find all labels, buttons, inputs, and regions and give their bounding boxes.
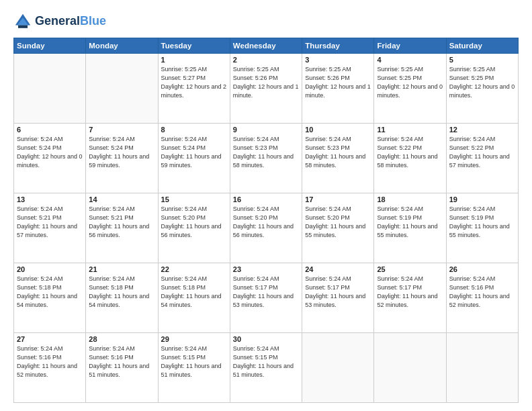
calendar-cell: 27Sunrise: 5:24 AM Sunset: 5:16 PM Dayli… <box>14 333 86 403</box>
calendar-cell <box>86 54 158 124</box>
day-info: Sunrise: 5:25 AM Sunset: 5:27 PM Dayligh… <box>161 65 227 100</box>
day-number: 18 <box>377 195 443 203</box>
calendar-week-4: 27Sunrise: 5:24 AM Sunset: 5:16 PM Dayli… <box>14 333 519 403</box>
day-number: 5 <box>449 56 515 64</box>
calendar-cell: 15Sunrise: 5:24 AM Sunset: 5:20 PM Dayli… <box>158 193 230 263</box>
day-number: 21 <box>89 265 154 273</box>
day-info: Sunrise: 5:25 AM Sunset: 5:26 PM Dayligh… <box>233 65 299 100</box>
day-info: Sunrise: 5:24 AM Sunset: 5:21 PM Dayligh… <box>17 205 83 240</box>
day-number: 26 <box>449 265 515 273</box>
calendar-header-friday: Friday <box>374 38 446 54</box>
calendar-cell: 26Sunrise: 5:24 AM Sunset: 5:16 PM Dayli… <box>446 263 518 333</box>
day-info: Sunrise: 5:24 AM Sunset: 5:17 PM Dayligh… <box>233 275 299 310</box>
calendar-cell: 6Sunrise: 5:24 AM Sunset: 5:24 PM Daylig… <box>14 124 86 193</box>
day-number: 20 <box>17 265 83 273</box>
calendar-cell: 10Sunrise: 5:24 AM Sunset: 5:23 PM Dayli… <box>302 124 374 193</box>
calendar-header-tuesday: Tuesday <box>158 38 230 54</box>
calendar-cell: 25Sunrise: 5:24 AM Sunset: 5:17 PM Dayli… <box>374 263 446 333</box>
calendar-cell: 18Sunrise: 5:24 AM Sunset: 5:19 PM Dayli… <box>374 193 446 263</box>
day-info: Sunrise: 5:25 AM Sunset: 5:25 PM Dayligh… <box>377 65 443 100</box>
day-info: Sunrise: 5:24 AM Sunset: 5:16 PM Dayligh… <box>89 345 154 379</box>
day-number: 28 <box>89 335 154 343</box>
day-info: Sunrise: 5:24 AM Sunset: 5:15 PM Dayligh… <box>161 345 227 379</box>
day-info: Sunrise: 5:24 AM Sunset: 5:17 PM Dayligh… <box>377 275 443 310</box>
day-number: 22 <box>161 265 227 273</box>
calendar-cell <box>14 54 86 124</box>
calendar-cell: 14Sunrise: 5:24 AM Sunset: 5:21 PM Dayli… <box>86 193 158 263</box>
day-number: 19 <box>449 195 515 203</box>
day-number: 12 <box>449 126 515 134</box>
calendar-cell: 29Sunrise: 5:24 AM Sunset: 5:15 PM Dayli… <box>158 333 230 403</box>
calendar-cell <box>302 333 374 403</box>
calendar-header-sunday: Sunday <box>14 38 86 54</box>
day-number: 13 <box>17 195 83 203</box>
day-number: 17 <box>305 195 371 203</box>
calendar-cell <box>446 333 518 403</box>
calendar-cell: 5Sunrise: 5:25 AM Sunset: 5:25 PM Daylig… <box>446 54 518 124</box>
calendar-cell: 28Sunrise: 5:24 AM Sunset: 5:16 PM Dayli… <box>86 333 158 403</box>
calendar-cell: 12Sunrise: 5:24 AM Sunset: 5:22 PM Dayli… <box>446 124 518 193</box>
header: GeneralBlue <box>13 12 519 31</box>
day-number: 27 <box>17 335 83 343</box>
day-info: Sunrise: 5:24 AM Sunset: 5:23 PM Dayligh… <box>233 135 299 170</box>
calendar-cell: 1Sunrise: 5:25 AM Sunset: 5:27 PM Daylig… <box>158 54 230 124</box>
day-info: Sunrise: 5:24 AM Sunset: 5:22 PM Dayligh… <box>377 135 443 170</box>
day-number: 29 <box>161 335 227 343</box>
calendar-week-2: 13Sunrise: 5:24 AM Sunset: 5:21 PM Dayli… <box>14 193 519 263</box>
calendar-cell: 23Sunrise: 5:24 AM Sunset: 5:17 PM Dayli… <box>230 263 302 333</box>
day-number: 16 <box>233 195 299 203</box>
day-info: Sunrise: 5:24 AM Sunset: 5:18 PM Dayligh… <box>161 275 227 310</box>
day-info: Sunrise: 5:24 AM Sunset: 5:24 PM Dayligh… <box>161 135 227 170</box>
day-number: 11 <box>377 126 443 134</box>
day-info: Sunrise: 5:24 AM Sunset: 5:24 PM Dayligh… <box>17 135 83 170</box>
calendar-header-saturday: Saturday <box>446 38 518 54</box>
day-number: 1 <box>161 56 227 64</box>
page: GeneralBlue SundayMondayTuesdayWednesday… <box>0 0 532 411</box>
day-info: Sunrise: 5:24 AM Sunset: 5:21 PM Dayligh… <box>89 205 154 240</box>
day-info: Sunrise: 5:24 AM Sunset: 5:16 PM Dayligh… <box>449 275 515 310</box>
day-info: Sunrise: 5:24 AM Sunset: 5:24 PM Dayligh… <box>89 135 154 170</box>
day-info: Sunrise: 5:25 AM Sunset: 5:26 PM Dayligh… <box>305 65 371 100</box>
calendar-cell: 11Sunrise: 5:24 AM Sunset: 5:22 PM Dayli… <box>374 124 446 193</box>
day-number: 3 <box>305 56 371 64</box>
calendar-cell: 24Sunrise: 5:24 AM Sunset: 5:17 PM Dayli… <box>302 263 374 333</box>
day-info: Sunrise: 5:24 AM Sunset: 5:22 PM Dayligh… <box>449 135 515 170</box>
day-info: Sunrise: 5:24 AM Sunset: 5:23 PM Dayligh… <box>305 135 371 170</box>
calendar-cell: 20Sunrise: 5:24 AM Sunset: 5:18 PM Dayli… <box>14 263 86 333</box>
calendar-cell: 7Sunrise: 5:24 AM Sunset: 5:24 PM Daylig… <box>86 124 158 193</box>
svg-rect-2 <box>18 26 28 28</box>
day-info: Sunrise: 5:24 AM Sunset: 5:20 PM Dayligh… <box>305 205 371 240</box>
day-info: Sunrise: 5:24 AM Sunset: 5:20 PM Dayligh… <box>233 205 299 240</box>
calendar-header-monday: Monday <box>86 38 158 54</box>
calendar-cell: 2Sunrise: 5:25 AM Sunset: 5:26 PM Daylig… <box>230 54 302 124</box>
calendar-cell: 19Sunrise: 5:24 AM Sunset: 5:19 PM Dayli… <box>446 193 518 263</box>
logo-icon <box>13 12 32 31</box>
day-info: Sunrise: 5:24 AM Sunset: 5:19 PM Dayligh… <box>449 205 515 240</box>
day-info: Sunrise: 5:25 AM Sunset: 5:25 PM Dayligh… <box>449 65 515 100</box>
day-number: 4 <box>377 56 443 64</box>
day-info: Sunrise: 5:24 AM Sunset: 5:16 PM Dayligh… <box>17 345 83 379</box>
day-number: 15 <box>161 195 227 203</box>
day-number: 24 <box>305 265 371 273</box>
calendar-cell: 4Sunrise: 5:25 AM Sunset: 5:25 PM Daylig… <box>374 54 446 124</box>
calendar-header-thursday: Thursday <box>302 38 374 54</box>
calendar-cell <box>374 333 446 403</box>
calendar-cell: 9Sunrise: 5:24 AM Sunset: 5:23 PM Daylig… <box>230 124 302 193</box>
calendar-header-row: SundayMondayTuesdayWednesdayThursdayFrid… <box>14 38 519 54</box>
day-info: Sunrise: 5:24 AM Sunset: 5:17 PM Dayligh… <box>305 275 371 310</box>
calendar-cell: 30Sunrise: 5:24 AM Sunset: 5:15 PM Dayli… <box>230 333 302 403</box>
calendar-cell: 22Sunrise: 5:24 AM Sunset: 5:18 PM Dayli… <box>158 263 230 333</box>
calendar-week-1: 6Sunrise: 5:24 AM Sunset: 5:24 PM Daylig… <box>14 124 519 193</box>
day-info: Sunrise: 5:24 AM Sunset: 5:18 PM Dayligh… <box>17 275 83 310</box>
day-number: 6 <box>17 126 83 134</box>
day-number: 14 <box>89 195 154 203</box>
day-number: 9 <box>233 126 299 134</box>
day-number: 2 <box>233 56 299 64</box>
calendar-cell: 21Sunrise: 5:24 AM Sunset: 5:18 PM Dayli… <box>86 263 158 333</box>
calendar-header-wednesday: Wednesday <box>230 38 302 54</box>
day-number: 25 <box>377 265 443 273</box>
calendar-cell: 3Sunrise: 5:25 AM Sunset: 5:26 PM Daylig… <box>302 54 374 124</box>
day-number: 10 <box>305 126 371 134</box>
calendar-cell: 13Sunrise: 5:24 AM Sunset: 5:21 PM Dayli… <box>14 193 86 263</box>
day-info: Sunrise: 5:24 AM Sunset: 5:18 PM Dayligh… <box>89 275 154 310</box>
